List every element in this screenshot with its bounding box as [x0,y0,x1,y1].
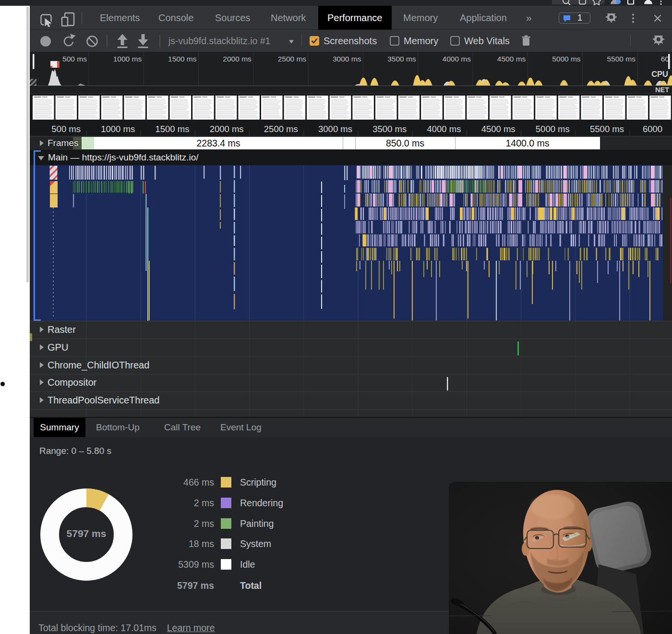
svg-text:6000: 6000 [643,124,662,134]
svg-text:60: 60 [661,55,670,63]
svg-text:2500 ms: 2500 ms [264,124,298,134]
svg-text:3500 ms: 3500 ms [387,55,416,63]
svg-text:2000 ms: 2000 ms [223,55,252,63]
svg-text:500 ms: 500 ms [51,124,81,134]
svg-text:5000 ms: 5000 ms [536,124,570,134]
svg-text:5000 ms: 5000 ms [552,55,581,63]
svg-text:1500 ms: 1500 ms [155,124,189,134]
svg-text:3500 ms: 3500 ms [372,124,407,134]
svg-text:2000 ms: 2000 ms [210,124,244,134]
svg-text:1500 ms: 1500 ms [168,55,197,63]
svg-text:3000 ms: 3000 ms [333,55,361,63]
svg-text:5500 ms: 5500 ms [607,55,636,63]
svg-text:3000 ms: 3000 ms [318,124,352,134]
svg-text:5500 ms: 5500 ms [590,124,624,134]
svg-text:CPU: CPU [651,70,668,78]
svg-text:1000 ms: 1000 ms [101,124,135,134]
svg-text:500 ms: 500 ms [62,55,87,63]
svg-text:4000 ms: 4000 ms [443,55,471,63]
svg-text:NET: NET [655,86,669,94]
svg-text:4000 ms: 4000 ms [427,124,461,134]
svg-text:2500 ms: 2500 ms [278,55,307,63]
svg-text:1000 ms: 1000 ms [113,55,142,63]
svg-text:4500 ms: 4500 ms [497,55,526,63]
svg-text:4500 ms: 4500 ms [481,124,516,134]
